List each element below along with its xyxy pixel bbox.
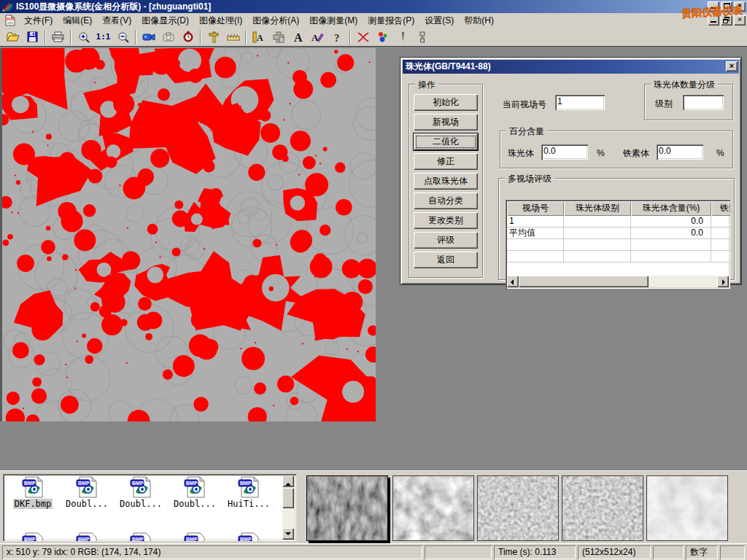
file-item[interactable]: BMP Doubl... — [114, 476, 168, 509]
file-name[interactable]: Doubl... — [118, 499, 163, 509]
pearlite-percent-input[interactable]: 0.0 — [541, 144, 588, 160]
time-status: Time (s): 0.113 — [494, 545, 576, 559]
scroll-up-icon[interactable] — [282, 475, 294, 487]
thumbnail-image[interactable] — [646, 475, 728, 541]
thumbnail-image[interactable] — [306, 475, 388, 541]
ferrite-label: 铁素体 — [623, 147, 649, 160]
bmp-file-icon: BMP — [20, 476, 45, 498]
init-button[interactable]: 初始化 — [414, 94, 478, 111]
save-icon[interactable] — [23, 28, 42, 46]
svg-text:BMP: BMP — [24, 481, 36, 486]
bmp-file-icon: BMP — [236, 532, 261, 541]
file-item[interactable]: BMP — [168, 532, 222, 541]
binarize-button[interactable]: 二值化 — [414, 133, 478, 150]
dialog-title-bar[interactable]: 珠光体(GB/T9441-88) × — [403, 60, 739, 74]
operation-group-label: 操作 — [415, 79, 438, 91]
zoom-in-icon[interactable] — [74, 28, 93, 46]
scroll-thumb[interactable] — [282, 488, 294, 508]
file-item[interactable]: BMP — [222, 532, 276, 541]
return-button[interactable]: 返回 — [414, 252, 478, 268]
pearlite-dialog: 珠光体(GB/T9441-88) × 操作 初始化 新视场 二值化 修正 点取珠… — [400, 57, 742, 285]
col-header-field[interactable]: 视场号 — [507, 201, 564, 216]
correct-button[interactable]: 修正 — [414, 153, 478, 170]
menu-bar: DOC 文件(F) 编辑(E) 查看(V) 图像显示(D) 图像处理(I) 图像… — [0, 13, 747, 28]
scroll-thumb[interactable] — [519, 276, 649, 287]
ferrite-percent-input[interactable]: 0.0 — [657, 144, 703, 160]
annotate-icon[interactable]: A — [308, 28, 328, 46]
svg-text:A: A — [257, 33, 263, 43]
zoom-out-icon[interactable] — [113, 28, 133, 46]
file-name[interactable]: Doubl... — [64, 499, 109, 509]
bmp-file-icon: BMP — [74, 532, 99, 541]
scroll-down-icon[interactable] — [282, 528, 294, 540]
file-item[interactable]: BMP DKF.bmp — [6, 476, 60, 509]
thumbnail-image[interactable] — [562, 475, 643, 541]
menu-edit[interactable]: 编辑(E) — [58, 13, 97, 28]
rate-button[interactable]: 评级 — [414, 232, 478, 249]
status-blank-2 — [653, 545, 684, 559]
status-blank-1 — [425, 545, 492, 559]
col-header-pearlite[interactable]: 珠光体含量(%) — [631, 201, 711, 216]
change-class-button[interactable]: 更改类别 — [414, 212, 478, 229]
file-item[interactable]: BMP HuiTi... — [222, 476, 276, 509]
merge-grid-icon[interactable] — [268, 28, 288, 46]
actual-size-icon[interactable]: 1:1 — [93, 28, 113, 46]
col-header-ferrite[interactable]: 铁素体 — [711, 201, 730, 216]
pearlite-label: 珠光体 — [508, 147, 534, 160]
new-field-button[interactable]: 新视场 — [414, 114, 478, 131]
file-item[interactable]: BMP — [114, 532, 168, 541]
menu-image-measure[interactable]: 图像测量(M) — [304, 13, 363, 28]
scroll-right-icon[interactable] — [717, 276, 729, 287]
menu-help[interactable]: 帮助(H) — [459, 13, 499, 28]
file-list-scrollbar[interactable] — [282, 475, 295, 540]
ruler-icon[interactable] — [223, 28, 243, 46]
scroll-left-icon[interactable] — [507, 276, 519, 287]
timer-clock-icon[interactable] — [178, 28, 198, 46]
video-camera-icon[interactable] — [139, 28, 158, 46]
svg-text:DOC: DOC — [7, 17, 15, 21]
svg-text:A: A — [294, 31, 303, 43]
file-name[interactable]: Doubl... — [172, 499, 217, 509]
bmp-file-icon: BMP — [182, 476, 207, 498]
multifield-table[interactable]: 视场号 珠光体级别 珠光体含量(%) 铁素体 1 0.0 平均值 0.0 — [506, 200, 730, 289]
help-icon[interactable]: ? — [328, 28, 347, 46]
open-icon[interactable] — [3, 28, 23, 46]
document-system-icon[interactable]: DOC — [4, 15, 16, 26]
pick-pearlite-button[interactable]: 点取珠光体 — [414, 173, 478, 190]
image-size-status: (512x512x24) — [578, 545, 651, 559]
menu-image-display[interactable]: 图像显示(D) — [136, 13, 194, 28]
app-logo-icon — [1, 1, 13, 12]
file-item[interactable]: BMP — [6, 532, 60, 541]
capture-camera-icon[interactable] — [158, 28, 178, 46]
menu-settings[interactable]: 设置(S) — [419, 13, 459, 28]
file-item[interactable]: BMP Doubl... — [60, 476, 114, 509]
menu-image-analysis[interactable]: 图像分析(A) — [247, 13, 304, 28]
grading-group-label: 珠光体数量分级 — [651, 79, 718, 91]
file-listbox[interactable]: BMP DKF.bmp BMP Doubl... — [3, 474, 296, 541]
menu-view[interactable]: 查看(V) — [97, 13, 136, 28]
measure-text-icon[interactable]: A — [249, 28, 268, 46]
table-horizontal-scrollbar[interactable] — [507, 276, 729, 287]
particles-icon[interactable] — [373, 28, 392, 46]
metallograph-image[interactable] — [0, 48, 376, 421]
pen-icon[interactable] — [392, 28, 412, 46]
file-item[interactable]: BMP — [60, 532, 114, 541]
file-name[interactable]: DKF.bmp — [13, 499, 53, 509]
level-input[interactable] — [683, 95, 724, 110]
file-name[interactable]: HuiTi... — [226, 499, 271, 509]
file-item[interactable]: BMP Doubl... — [168, 476, 222, 509]
text-icon[interactable]: A — [288, 28, 308, 46]
dialog-close-icon[interactable]: × — [726, 61, 738, 71]
brush-icon[interactable] — [412, 28, 432, 46]
curve-cut-icon[interactable] — [353, 28, 373, 46]
thumbnail-image[interactable] — [477, 475, 559, 541]
menu-report[interactable]: 测量报告(P) — [363, 13, 419, 28]
thumbnail-image[interactable] — [392, 475, 474, 541]
caliper-icon[interactable] — [204, 28, 223, 46]
current-field-input[interactable]: 1 — [555, 95, 605, 110]
menu-image-process[interactable]: 图像处理(I) — [194, 13, 247, 28]
auto-classify-button[interactable]: 自动分类 — [414, 192, 478, 209]
print-icon[interactable] — [48, 28, 68, 46]
menu-file[interactable]: 文件(F) — [19, 13, 58, 28]
col-header-level[interactable]: 珠光体级别 — [564, 201, 631, 216]
